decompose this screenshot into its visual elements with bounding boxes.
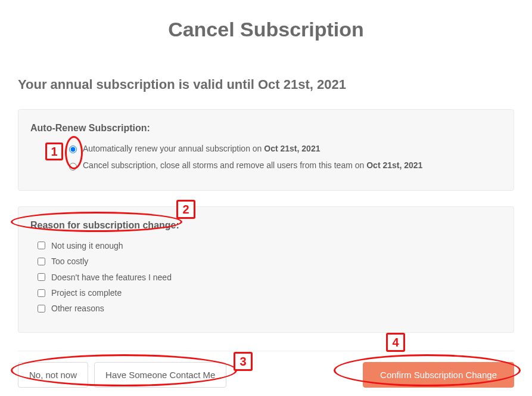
validity-subhead: Your annual subscription is valid until … (18, 77, 514, 92)
reason-title: Reason for subscription change: (30, 220, 502, 231)
auto-renew-panel: Auto-Renew Subscription: Automatically r… (18, 109, 514, 191)
validity-date: Oct 21st, 2021 (258, 77, 346, 92)
page-title: Cancel Subscription (18, 18, 514, 41)
reason-label: Doesn't have the features I need (51, 271, 172, 284)
actions-row: No, not now Have Someone Contact Me Conf… (18, 362, 514, 388)
auto-renew-option-text: Automatically renew your annual subscrip… (83, 142, 320, 155)
auto-renew-option-cancel[interactable]: Cancel subscription, close all storms an… (66, 159, 502, 172)
auto-renew-radio-renew[interactable] (69, 146, 77, 153)
reason-label: Not using it enough (51, 239, 123, 252)
auto-renew-title: Auto-Renew Subscription: (30, 123, 502, 134)
reason-label: Too costly (51, 255, 88, 268)
auto-renew-option-renew[interactable]: Automatically renew your annual subscrip… (66, 142, 502, 155)
reason-checkbox[interactable] (38, 273, 45, 281)
reason-panel: Reason for subscription change: Not usin… (18, 206, 514, 333)
reason-label: Other reasons (51, 302, 104, 315)
confirm-subscription-change-button[interactable]: Confirm Subscription Change (363, 362, 514, 388)
reason-checkbox[interactable] (38, 258, 45, 265)
reason-option-not-using[interactable]: Not using it enough (35, 239, 502, 252)
validity-text: Your annual subscription is valid until (18, 77, 258, 92)
have-someone-contact-me-button[interactable]: Have Someone Contact Me (94, 362, 226, 388)
reason-checkbox[interactable] (38, 242, 45, 249)
no-not-now-button[interactable]: No, not now (18, 362, 88, 388)
reason-checkbox[interactable] (38, 289, 45, 297)
auto-renew-radio-cancel[interactable] (69, 163, 77, 171)
reason-option-missing-features[interactable]: Doesn't have the features I need (35, 271, 502, 284)
auto-renew-option-text: Cancel subscription, close all storms an… (83, 159, 422, 172)
reason-checkbox[interactable] (38, 305, 45, 313)
reason-option-other[interactable]: Other reasons (35, 302, 502, 315)
reason-label: Project is complete (51, 286, 122, 299)
reason-option-project-complete[interactable]: Project is complete (35, 286, 502, 299)
reason-option-too-costly[interactable]: Too costly (35, 255, 502, 268)
divider (18, 351, 514, 351)
